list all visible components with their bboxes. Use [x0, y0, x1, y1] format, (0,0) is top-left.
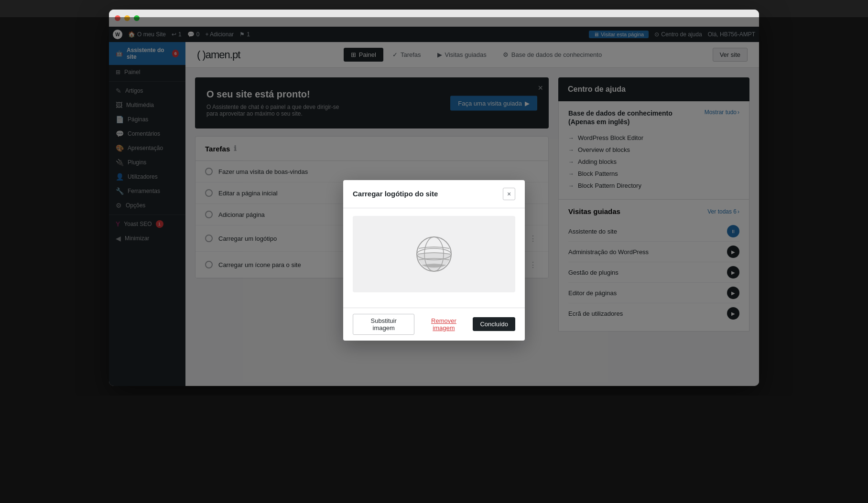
done-button[interactable]: Concluído	[473, 317, 515, 331]
modal-close-button[interactable]: ×	[503, 188, 515, 200]
modal-header: Carregar logótipo do site ×	[343, 180, 525, 208]
replace-image-button[interactable]: Substituir imagem	[353, 314, 414, 335]
modal-title: Carregar logótipo do site	[353, 190, 438, 198]
modal-overlay: Carregar logótipo do site ×	[0, 17, 868, 396]
upload-logo-modal: Carregar logótipo do site ×	[343, 180, 525, 341]
modal-body	[343, 208, 525, 308]
remove-image-button[interactable]: Remover imagem	[420, 317, 467, 332]
modal-footer: Substituir imagem Remover imagem Concluí…	[343, 308, 525, 341]
globe-logo-icon	[415, 235, 453, 273]
logo-preview-area	[353, 216, 515, 292]
